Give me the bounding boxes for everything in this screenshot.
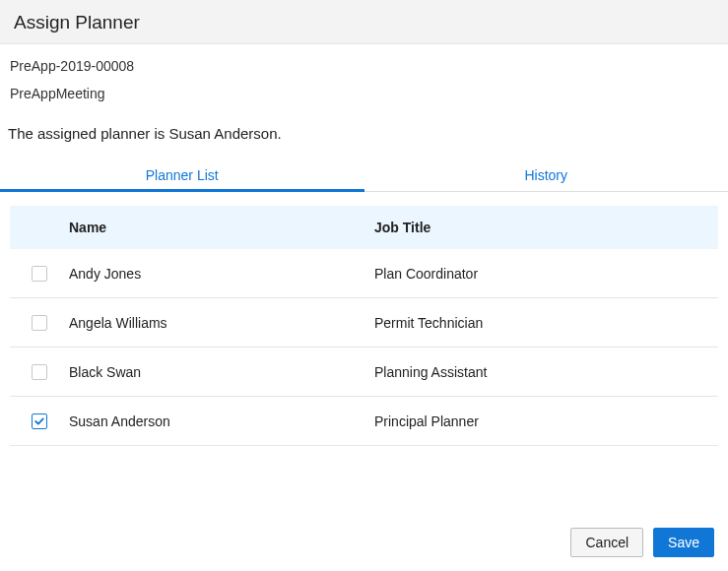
row-checkbox[interactable] — [32, 315, 47, 331]
table-row: Susan AndersonPrincipal Planner — [10, 397, 718, 446]
row-checkbox[interactable] — [32, 364, 47, 380]
row-job-title: Plan Coordinator — [374, 266, 718, 282]
dialog-header: Assign Planner — [0, 0, 728, 44]
row-name: Andy Jones — [69, 266, 374, 282]
table-row: Angela WilliamsPermit Technician — [10, 298, 718, 348]
table-header-row: Name Job Title — [10, 206, 718, 249]
planner-table: Name Job Title Andy JonesPlan Coordinato… — [0, 206, 728, 446]
record-meta: PreApp-2019-00008 PreAppMeeting — [0, 44, 728, 117]
row-name: Black Swan — [69, 364, 374, 380]
tab-planner-list[interactable]: Planner List — [0, 158, 364, 192]
tabs: Planner List History — [0, 158, 728, 192]
check-icon — [33, 415, 45, 427]
table-header-name: Name — [69, 220, 374, 235]
row-check-cell — [10, 364, 69, 380]
row-name: Angela Williams — [69, 315, 374, 331]
row-job-title: Permit Technician — [374, 315, 718, 331]
row-check-cell — [10, 413, 69, 429]
page-title: Assign Planner — [14, 12, 714, 33]
row-check-cell — [10, 266, 69, 282]
cancel-button[interactable]: Cancel — [570, 528, 643, 557]
record-type: PreAppMeeting — [10, 86, 718, 101]
record-id: PreApp-2019-00008 — [10, 58, 718, 74]
save-button[interactable]: Save — [653, 528, 714, 557]
row-job-title: Planning Assistant — [374, 364, 718, 380]
dialog-footer: Cancel Save — [570, 528, 714, 557]
row-check-cell — [10, 315, 69, 331]
row-name: Susan Anderson — [69, 413, 374, 429]
tab-history[interactable]: History — [364, 158, 729, 192]
row-job-title: Principal Planner — [374, 413, 718, 429]
row-checkbox[interactable] — [32, 266, 47, 282]
table-header-job-title: Job Title — [374, 220, 718, 235]
table-row: Black SwanPlanning Assistant — [10, 348, 718, 397]
row-checkbox[interactable] — [32, 413, 47, 429]
table-row: Andy JonesPlan Coordinator — [10, 249, 718, 298]
assigned-planner-text: The assigned planner is Susan Anderson. — [0, 117, 728, 158]
